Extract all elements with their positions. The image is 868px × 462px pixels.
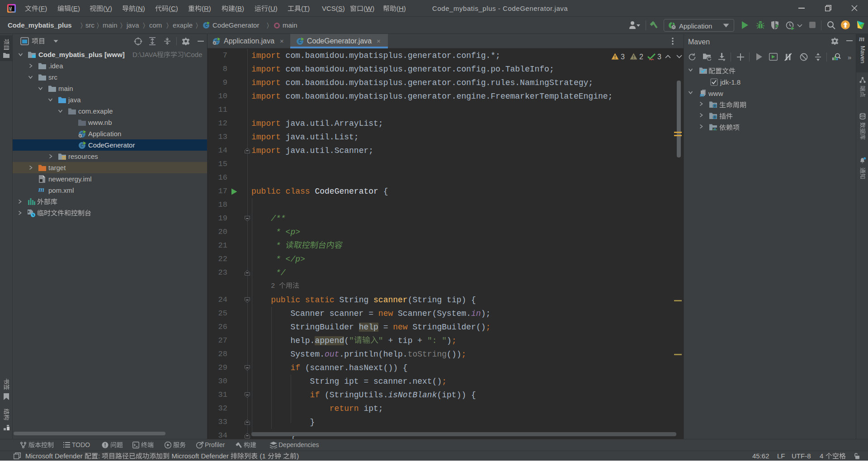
svg-text:IJ: IJ: [9, 6, 12, 10]
